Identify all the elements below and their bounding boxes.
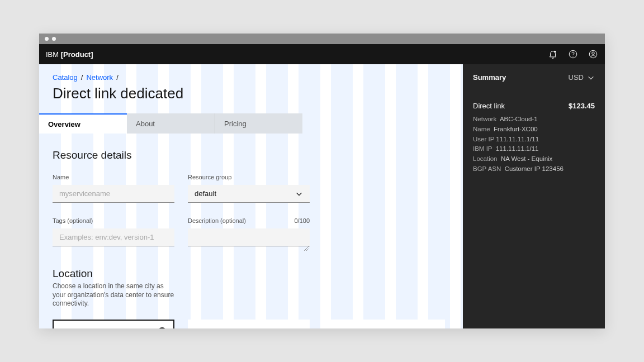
detail-row: Name Frankfurt-XC00: [473, 125, 595, 135]
browser-window: IBM [Product] Catalog / Network / Direct…: [39, 34, 605, 328]
chevron-down-icon: [587, 74, 595, 82]
label-tags: Tags (optional): [53, 217, 93, 224]
tab-label: Pricing: [224, 120, 247, 128]
breadcrumb-link-network[interactable]: Network: [86, 73, 113, 82]
field-resource-group: Resource group default: [188, 174, 310, 203]
breadcrumb-sep: /: [116, 73, 119, 82]
tags-input[interactable]: [53, 228, 174, 246]
tab-label: About: [136, 120, 155, 128]
app-header: IBM [Product]: [39, 44, 605, 64]
label-desc: Description (optional): [188, 217, 246, 224]
detail-row: BGP ASN Customer IP 123456: [473, 164, 595, 174]
brand: IBM [Product]: [46, 50, 93, 59]
tile-title: European Union: [331, 327, 437, 328]
detail-row: Network ABC-Cloud-1: [473, 115, 595, 125]
breadcrumb-sep: /: [81, 73, 83, 82]
svg-point-0: [554, 51, 556, 53]
label-name: Name: [53, 174, 69, 180]
brand-bold: [Product]: [61, 50, 93, 59]
detail-row: User IP 111.11.11.1/11: [473, 135, 595, 145]
page-title: Direct link dedicated: [53, 85, 449, 102]
detail-row: Location NA West - Equinix: [473, 154, 595, 164]
header-icons: [548, 49, 598, 59]
name-input[interactable]: [53, 185, 174, 203]
location-tiles: North America South America European Uni…: [53, 320, 449, 328]
form-row-2: Tags (optional) Description (optional) 0…: [53, 217, 449, 249]
field-name: Name: [53, 174, 174, 203]
chevron-down-icon: [295, 190, 303, 198]
section-title-location: Location: [53, 268, 449, 280]
description-input[interactable]: [188, 228, 310, 246]
tile-north-america[interactable]: North America: [53, 320, 174, 328]
field-description: Description (optional) 0/100: [188, 217, 310, 249]
detail-row: IBM IP 111.11.11.1/11: [473, 144, 595, 154]
summary-details: Network ABC-Cloud-1 Name Frankfurt-XC00 …: [473, 115, 595, 174]
tabs: Overview About Pricing: [39, 113, 449, 134]
tile-title: South America: [196, 327, 302, 328]
svg-line-5: [304, 246, 309, 251]
location-hint: Choose a location in the same city as yo…: [53, 282, 176, 308]
brand-light: IBM: [46, 50, 59, 59]
tab-overview[interactable]: Overview: [39, 113, 127, 134]
window-chrome: [39, 34, 605, 44]
user-icon[interactable]: [588, 49, 598, 59]
line-item-name: Direct link: [473, 102, 505, 110]
main-panel: Catalog / Network / Direct link dedicate…: [39, 64, 463, 328]
select-value: default: [195, 189, 216, 198]
svg-point-4: [592, 52, 595, 55]
tile-south-america[interactable]: South America: [188, 320, 310, 328]
svg-point-2: [572, 56, 573, 56]
char-counter: 0/100: [294, 217, 310, 224]
content-row: Catalog / Network / Direct link dedicate…: [39, 64, 605, 328]
currency-value: USD: [569, 73, 584, 82]
summary-line-item: Direct link $123.45: [473, 102, 595, 110]
resize-handle[interactable]: [304, 243, 309, 247]
notifications-icon[interactable]: [548, 49, 558, 59]
form-row-1: Name Resource group default: [53, 174, 449, 203]
svg-line-6: [306, 249, 309, 251]
currency-select[interactable]: USD: [569, 73, 595, 82]
window-dot: [45, 37, 49, 41]
label-group: Resource group: [188, 174, 231, 180]
summary-header: Summary USD: [473, 73, 595, 82]
field-tags: Tags (optional): [53, 217, 174, 249]
summary-title: Summary: [473, 73, 506, 82]
section-title-resource: Resource details: [53, 149, 449, 161]
line-item-price: $123.45: [569, 102, 595, 110]
tab-about[interactable]: About: [127, 113, 215, 134]
summary-panel: Summary USD Direct link $123.45 Network …: [463, 64, 605, 328]
tab-label: Overview: [48, 120, 80, 128]
breadcrumb-link-catalog[interactable]: Catalog: [53, 73, 78, 82]
help-icon[interactable]: [568, 49, 578, 59]
tab-pricing[interactable]: Pricing: [215, 113, 302, 134]
tile-european-union[interactable]: European Union: [323, 320, 445, 328]
window-dot: [52, 37, 56, 41]
tile-title: North America: [60, 327, 167, 328]
breadcrumb: Catalog / Network /: [53, 73, 449, 82]
resource-group-select[interactable]: default: [188, 185, 310, 203]
